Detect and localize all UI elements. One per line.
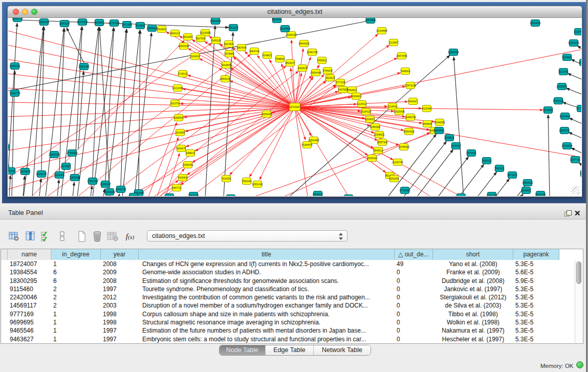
tab-edge-table[interactable]: Edge Table: [266, 345, 314, 355]
table-row[interactable]: 946362711997Embryonic stem cells: a mode…: [1, 335, 575, 343]
graph-node[interactable]: 9699696: [579, 59, 581, 66]
red-edge[interactable]: [8, 107, 295, 117]
graph-node[interactable]: 16531421: [252, 181, 263, 188]
graph-node[interactable]: 16648784: [448, 49, 459, 56]
graph-node[interactable]: 1213967: [389, 39, 399, 46]
table-mode-icon[interactable]: [7, 229, 21, 244]
graph-node[interactable]: 9975887: [61, 163, 71, 170]
graph-node[interactable]: 9699695: [423, 121, 432, 127]
cell-title[interactable]: Genome-wide association studies in ADHD.: [139, 268, 395, 276]
cell-in_degree[interactable]: 6: [51, 277, 101, 285]
graph-node[interactable]: 1216412: [357, 101, 367, 107]
graph-node[interactable]: 18300295: [261, 111, 272, 118]
red-edge[interactable]: [8, 107, 295, 131]
graph-node[interactable]: 8938923: [445, 135, 454, 141]
cell-year[interactable]: 2003: [101, 301, 139, 310]
black-edge[interactable]: [57, 180, 59, 196]
black-edge[interactable]: [454, 57, 464, 196]
graph-node[interactable]: 1965493: [174, 115, 184, 121]
graph-node[interactable]: 22420046: [188, 192, 199, 196]
cell-title[interactable]: Estimation of the future numbers of pati…: [139, 326, 395, 335]
cell-short[interactable]: Wolkin et al. (1998): [433, 318, 513, 326]
graph-node[interactable]: 12093871: [556, 83, 568, 90]
function-builder-icon[interactable]: f(x): [123, 229, 137, 244]
cell-out_degree[interactable]: 0: [395, 285, 433, 293]
graph-node[interactable]: 8454749: [250, 48, 259, 55]
graph-node[interactable]: 9827506: [196, 35, 206, 42]
graph-node[interactable]: 6379197: [451, 143, 461, 149]
graph-node[interactable]: 2803144: [221, 76, 230, 82]
graph-node[interactable]: 17359924: [67, 150, 78, 157]
graph-node[interactable]: 7462661: [347, 87, 357, 94]
graph-node[interactable]: 9474444: [467, 150, 476, 157]
cell-out_degree[interactable]: 0: [395, 268, 433, 276]
graph-node[interactable]: 9242845: [222, 62, 231, 69]
column-pair-icon[interactable]: [55, 229, 70, 244]
black-edge[interactable]: [119, 194, 120, 196]
graph-node[interactable]: 7625402: [178, 174, 188, 181]
graph-node[interactable]: 19756928: [398, 144, 409, 150]
cell-short[interactable]: Yano et al. (2008): [433, 260, 513, 268]
cell-pagerank[interactable]: 5.6E-5: [513, 268, 559, 276]
cell-in_degree[interactable]: 2: [51, 301, 101, 310]
graph-node[interactable]: 10654113: [535, 191, 546, 196]
cell-out_degree[interactable]: 0: [395, 277, 433, 285]
cell-in_degree[interactable]: 1: [51, 335, 101, 343]
graph-node[interactable]: 20206526: [49, 151, 60, 158]
graph-node[interactable]: 14569117: [313, 191, 323, 196]
graph-node[interactable]: 11546921: [374, 132, 385, 138]
cell-year[interactable]: 2012: [101, 293, 139, 301]
table-row[interactable]: 977716911998Corpus callosum shape and si…: [1, 310, 575, 318]
graph-node[interactable]: 9146821: [263, 52, 272, 59]
black-edge[interactable]: [569, 118, 581, 126]
cell-year[interactable]: 2009: [101, 268, 139, 276]
graph-node[interactable]: 5475685: [225, 51, 234, 57]
cell-name[interactable]: 9115460: [8, 285, 51, 293]
graph-node[interactable]: 12444131: [553, 98, 564, 104]
graph-node[interactable]: 18164613: [351, 93, 362, 100]
black-edge[interactable]: [494, 179, 509, 196]
graph-node[interactable]: 14055715: [12, 18, 23, 22]
column-header-title[interactable]: title: [139, 249, 395, 260]
column-header-year[interactable]: year: [101, 249, 139, 260]
graph-node[interactable]: 9671385: [122, 21, 132, 28]
graph-node[interactable]: 8186328: [211, 37, 221, 44]
cell-pagerank[interactable]: 5.3E-5: [513, 285, 559, 293]
graph-node[interactable]: 19654923: [403, 128, 415, 135]
graph-node[interactable]: 19904448: [310, 70, 321, 76]
graph-node[interactable]: 18300296: [486, 192, 497, 196]
cell-year[interactable]: 1998: [101, 318, 139, 326]
tab-node-table[interactable]: Node Table: [220, 345, 266, 355]
graph-node[interactable]: 20346121: [104, 189, 115, 195]
graph-node[interactable]: 9777170: [577, 105, 581, 112]
network-window-titlebar[interactable]: citations_edges.txt: [8, 6, 582, 18]
graph-node[interactable]: 9115460: [422, 105, 432, 112]
graph-node[interactable]: 16154808: [376, 28, 387, 34]
cell-pagerank[interactable]: 5.3E-5: [513, 335, 559, 343]
graph-node[interactable]: 9329966: [562, 54, 572, 61]
cell-out_degree[interactable]: 0: [395, 310, 433, 318]
graph-node[interactable]: 9227341: [559, 69, 569, 75]
black-edge[interactable]: [91, 186, 92, 196]
float-panel-icon[interactable]: [564, 210, 572, 217]
graph-node[interactable]: 1904675: [177, 145, 186, 152]
graph-node[interactable]: 7852346: [242, 178, 252, 185]
black-edge[interactable]: [579, 163, 581, 170]
cell-in_degree[interactable]: 6: [51, 268, 101, 276]
graph-node[interactable]: 1921022: [325, 75, 335, 81]
table-row[interactable]: 969969511998Structural magnetic resonanc…: [1, 318, 575, 326]
table-row[interactable]: 2242004622012Investigating the contribut…: [1, 293, 575, 301]
cell-title[interactable]: Structural magnetic resonance image aver…: [139, 318, 395, 326]
black-edge[interactable]: [520, 194, 523, 196]
cell-year[interactable]: 1997: [101, 285, 139, 293]
cell-title[interactable]: Tourette syndrome. Phenomenology and cla…: [139, 285, 395, 293]
graph-node[interactable]: 16782759: [115, 186, 126, 193]
graph-node[interactable]: 3391551: [8, 168, 16, 174]
new-column-icon[interactable]: [75, 229, 89, 244]
cell-out_degree[interactable]: 0: [395, 326, 433, 335]
red-edge[interactable]: [185, 107, 295, 132]
table-select-dropdown[interactable]: citations_edges.txt: [147, 230, 347, 242]
cell-name[interactable]: 14569117: [8, 301, 51, 310]
graph-node[interactable]: 9463628: [226, 195, 236, 196]
graph-node[interactable]: 12213343: [172, 85, 183, 92]
